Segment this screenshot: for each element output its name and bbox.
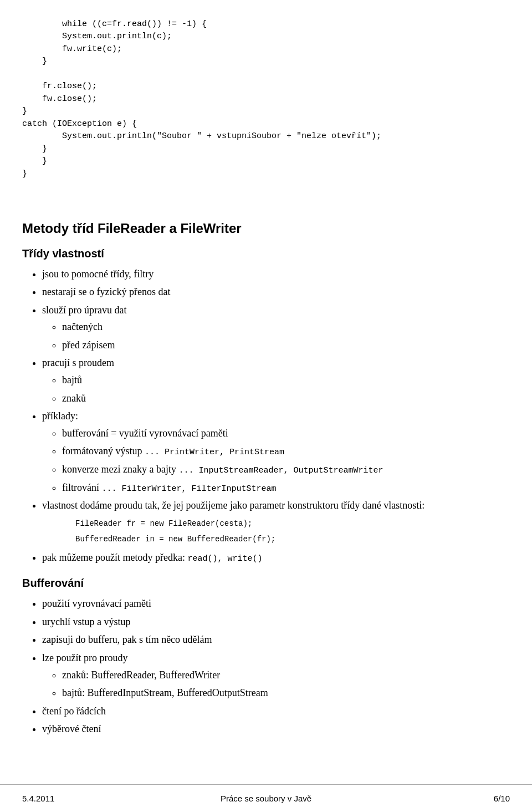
list-item: znaků: BufferedReader, BufferedWriter bbox=[62, 667, 510, 684]
list-item: výběrové čtení bbox=[42, 720, 510, 738]
section-heading: Metody tříd FileReader a FileWriter bbox=[22, 221, 510, 236]
code-vlastnost1: FileReader fr = new FileReader(cesta); bbox=[75, 517, 510, 530]
list-item: jsou to pomocné třídy, filtry bbox=[42, 266, 510, 283]
footer-date: 5.4.2011 bbox=[22, 794, 144, 803]
footer-page: 6/10 bbox=[388, 794, 510, 803]
sub-list-pracuji: bajtů znaků bbox=[62, 372, 510, 407]
code-line-6: fw.close(); bbox=[22, 94, 97, 104]
footer: 5.4.2011 Práce se soubory v Javě 6/10 bbox=[0, 784, 532, 812]
main-list-2: použití vyrovnávací paměti urychlí vstup… bbox=[42, 595, 510, 738]
list-item: bufferování = využití vyrovnávací paměti bbox=[62, 425, 510, 442]
list-item: znaků bbox=[62, 390, 510, 407]
code-line-12: } bbox=[22, 169, 27, 179]
code-vlastnost2: BufferedReader in = new BufferedReader(f… bbox=[75, 533, 510, 545]
code-line-4: } bbox=[22, 57, 47, 66]
code-line-11: } bbox=[22, 156, 47, 166]
code-line-10: } bbox=[22, 144, 47, 154]
list-item: bajtů: BufferedInputStream, BufferedOutp… bbox=[62, 684, 510, 702]
list-item: před zápisem bbox=[62, 337, 510, 354]
list-item: čtení po řádcích bbox=[42, 703, 510, 720]
list-item: konverze mezi znaky a bajty ... InputStr… bbox=[62, 461, 510, 478]
list-item: filtrování ... FilterWriter, FilterInput… bbox=[62, 479, 510, 496]
code-line-2: System.out.println(c); bbox=[22, 32, 172, 41]
code-line-5: fr.close(); bbox=[22, 82, 97, 91]
code-line-7: } bbox=[22, 106, 27, 116]
list-item-pak: pak můžeme použít metody předka: read(),… bbox=[42, 549, 510, 566]
main-list-1: jsou to pomocné třídy, filtry nestarají … bbox=[42, 266, 510, 566]
list-item: zapisuji do bufferu, pak s tím něco uděl… bbox=[42, 631, 510, 648]
list-item: načtených bbox=[62, 318, 510, 336]
code-line-1: while ((c=fr.read()) != -1) { bbox=[42, 19, 207, 29]
list-item: bajtů bbox=[62, 372, 510, 389]
code-line-8: catch (IOException e) { bbox=[22, 119, 137, 129]
list-item-vlastnost: vlastnost dodáme proudu tak, že jej použ… bbox=[42, 497, 510, 545]
list-item: urychlí vstup a výstup bbox=[42, 613, 510, 631]
list-item: slouží pro úpravu dat načtených před záp… bbox=[42, 302, 510, 354]
list-item: lze použít pro proudy znaků: BufferedRea… bbox=[42, 649, 510, 702]
sub-list-priklady: bufferování = využití vyrovnávací paměti… bbox=[62, 425, 510, 496]
list-item: pracují s proudem bajtů znaků bbox=[42, 354, 510, 407]
subsection-heading-1: Třídy vlastností bbox=[22, 247, 510, 260]
code-line-9: System.out.println("Soubor " + vstupniSo… bbox=[22, 131, 381, 141]
page-content: while ((c=fr.read()) != -1) { System.out… bbox=[0, 0, 532, 783]
list-item: nestarají se o fyzický přenos dat bbox=[42, 283, 510, 301]
list-item: formátovaný výstup ... PrintWriter, Prin… bbox=[62, 443, 510, 460]
list-item: použití vyrovnávací paměti bbox=[42, 595, 510, 612]
sub-list-proudy: znaků: BufferedReader, BufferedWriter ba… bbox=[62, 667, 510, 702]
code-block-top: while ((c=fr.read()) != -1) { System.out… bbox=[22, 0, 510, 204]
footer-title: Práce se soubory v Javě bbox=[144, 794, 388, 803]
code-line-3: fw.write(c); bbox=[22, 44, 122, 54]
subsection-heading-2: Bufferování bbox=[22, 577, 510, 590]
pak-code: read(), write() bbox=[187, 554, 262, 564]
list-item: příklady: bufferování = využití vyrovnáv… bbox=[42, 408, 510, 496]
sub-list-slouzi: načtených před zápisem bbox=[62, 318, 510, 353]
